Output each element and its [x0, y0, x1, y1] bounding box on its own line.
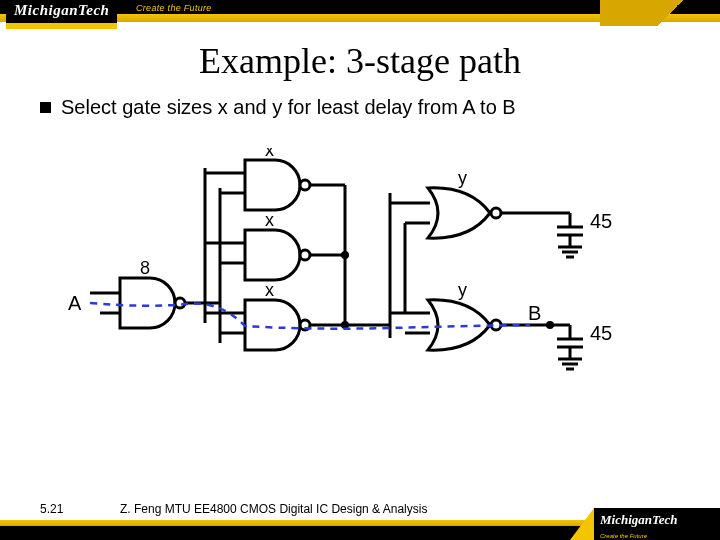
footer-credit: Z. Feng MTU EE4800 CMOS Digital IC Desig… [120, 502, 427, 516]
brand-logo: MichiganTech [6, 0, 117, 32]
input-node-label: A [68, 292, 82, 314]
stage2-size-1: y [458, 280, 467, 300]
page-number: 5.21 [40, 502, 63, 516]
footer-logo: MichiganTech Create the Future [594, 508, 720, 540]
load-0: 45 [590, 210, 612, 232]
slide-title: Example: 3-stage path [0, 40, 720, 82]
bullet-text: Select gate sizes x and y for least dela… [61, 96, 516, 119]
output-node-label: B [528, 302, 541, 324]
stage1-size-2: x [265, 280, 274, 300]
stage2-size-0: y [458, 168, 467, 188]
input-cap-label: 8 [140, 258, 150, 278]
stage1-size-0: x [265, 148, 274, 160]
bullet-item: Select gate sizes x and y for least dela… [40, 96, 516, 119]
circuit-diagram: 8 A x x x y y 45 45 B [60, 148, 670, 428]
bottom-banner: MichiganTech Create the Future [0, 518, 720, 540]
load-1: 45 [590, 322, 612, 344]
bullet-square-icon [40, 102, 51, 113]
stage1-size-1: x [265, 210, 274, 230]
svg-point-24 [341, 251, 349, 259]
brand-tagline: Create the Future [136, 0, 212, 16]
svg-point-34 [546, 321, 554, 329]
